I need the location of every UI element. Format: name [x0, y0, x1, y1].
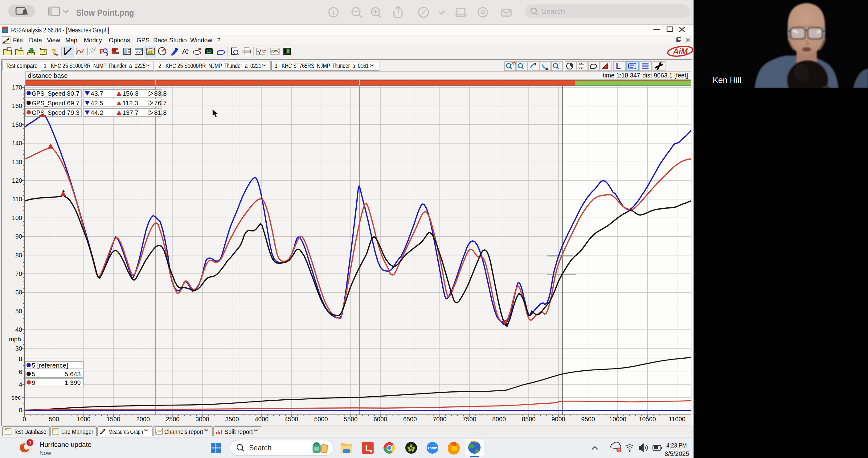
svg-text:distance base: distance base: [28, 72, 68, 79]
svg-text:70: 70: [16, 270, 22, 277]
svg-text:100: 100: [12, 214, 22, 221]
svg-text:4: 4: [19, 381, 22, 388]
svg-text:2D: 2D: [511, 62, 516, 66]
svg-text:9: 9: [32, 379, 35, 386]
svg-text:Ken Hill: Ken Hill: [713, 76, 741, 85]
svg-text:Now: Now: [39, 450, 51, 456]
svg-text:Slow Point.png: Slow Point.png: [76, 8, 134, 18]
svg-text:1.399: 1.399: [64, 379, 81, 386]
svg-text:x: x: [618, 448, 620, 453]
svg-text:112.3: 112.3: [122, 99, 138, 107]
svg-text:Split report: Split report: [224, 428, 253, 435]
svg-text:dist 9063.1 [feet]: dist 9063.1 [feet]: [642, 72, 688, 79]
svg-text:8/5/2025: 8/5/2025: [664, 450, 689, 457]
svg-text:130: 130: [12, 159, 22, 165]
svg-text:140: 140: [12, 140, 22, 147]
svg-text:79.3: 79.3: [67, 109, 80, 116]
svg-text:30: 30: [16, 345, 22, 352]
svg-text:L: L: [365, 443, 371, 453]
svg-text:1 - KHC 25 S1000RR_NJMP-Thunde: 1 - KHC 25 S1000RR_NJMP-Thunder_a_0225: [44, 62, 146, 69]
svg-text:✂: ✂: [254, 428, 258, 433]
svg-text:Race Studio: Race Studio: [153, 37, 187, 44]
svg-text:✂: ✂: [144, 428, 148, 433]
svg-text:5 [reference]: 5 [reference]: [32, 362, 68, 369]
svg-text:✂: ✂: [370, 63, 374, 68]
svg-text:L: L: [616, 61, 621, 71]
svg-text:8: 8: [19, 355, 22, 362]
svg-text:Hurricane update: Hurricane update: [39, 441, 92, 449]
svg-text:5: 5: [32, 370, 35, 377]
svg-text:80: 80: [16, 252, 22, 259]
svg-text:Options: Options: [109, 37, 130, 44]
svg-text:File: File: [13, 37, 23, 44]
svg-text:sec: sec: [11, 394, 21, 401]
svg-text:37: 37: [262, 50, 266, 54]
svg-text:40: 40: [16, 326, 22, 333]
svg-text:View: View: [47, 37, 60, 44]
svg-text:i: i: [333, 9, 335, 16]
svg-text:✂: ✂: [262, 63, 266, 68]
svg-text:76.7: 76.7: [154, 99, 167, 107]
svg-text:Test Database: Test Database: [13, 428, 46, 435]
svg-text:Search: Search: [249, 444, 272, 452]
svg-text:69.7: 69.7: [67, 99, 80, 107]
svg-text:137.7: 137.7: [122, 109, 139, 116]
svg-text:50: 50: [16, 308, 22, 314]
svg-text:90: 90: [16, 233, 22, 240]
svg-text:0: 0: [19, 407, 22, 413]
svg-text:✂: ✂: [204, 428, 208, 433]
svg-text:✂: ✂: [146, 63, 150, 68]
svg-text:s: s: [106, 52, 108, 56]
svg-text:120: 120: [12, 177, 22, 184]
svg-text:170: 170: [12, 84, 22, 91]
svg-text:Data: Data: [29, 37, 42, 44]
svg-text:160: 160: [12, 103, 22, 109]
svg-text:Lap Manager: Lap Manager: [61, 428, 93, 435]
svg-text:60: 60: [16, 289, 22, 296]
svg-text:Window: Window: [190, 37, 212, 44]
svg-text:GPS_Speed: GPS_Speed: [32, 109, 65, 116]
svg-text:AiM: AiM: [673, 47, 688, 56]
svg-text:43.7: 43.7: [91, 90, 103, 97]
svg-text:time 1:18.347: time 1:18.347: [603, 72, 640, 79]
svg-text:GPS: GPS: [136, 37, 150, 44]
svg-text:?: ?: [217, 37, 220, 44]
svg-text:44.2: 44.2: [91, 109, 103, 116]
svg-text:mph: mph: [9, 336, 21, 343]
svg-text:Test compare: Test compare: [5, 62, 38, 69]
svg-text:GPS_Speed: GPS_Speed: [32, 99, 65, 107]
svg-text:83.8: 83.8: [154, 90, 167, 97]
svg-text:5.643: 5.643: [64, 370, 81, 377]
svg-text:+: +: [523, 61, 525, 66]
svg-text:150: 150: [12, 121, 22, 128]
svg-text:80.7: 80.7: [67, 90, 80, 97]
svg-text:GPS_Speed: GPS_Speed: [32, 90, 65, 97]
svg-text:Search: Search: [541, 7, 565, 16]
svg-text:42.5: 42.5: [91, 99, 103, 107]
svg-text:Measures Graph: Measures Graph: [108, 428, 143, 435]
svg-text:2 - KHC 25 S1000RR_NJMP-Thunde: 2 - KHC 25 S1000RR_NJMP-Thunder_a_0221: [158, 62, 261, 69]
svg-text:6: 6: [19, 369, 22, 375]
svg-text:Map: Map: [65, 37, 78, 44]
svg-text:3: 3: [29, 440, 31, 445]
svg-text:A: A: [182, 48, 187, 55]
svg-text:81.8: 81.8: [154, 109, 167, 116]
svg-text:−: −: [558, 61, 560, 66]
svg-text:Modify: Modify: [84, 37, 102, 44]
svg-text:156.3: 156.3: [122, 90, 139, 97]
svg-text:110: 110: [12, 196, 22, 202]
svg-text:4:23 PM: 4:23 PM: [666, 442, 687, 449]
svg-text:Channels report: Channels report: [164, 428, 203, 435]
svg-text:zoom: zoom: [428, 446, 437, 450]
svg-text:RS2Analysis 2.56.84 - [Measure: RS2Analysis 2.56.84 - [Measures Graph]: [11, 26, 109, 34]
svg-text:3 - KHC ST765RS_NJMP-Thunder_a: 3 - KHC ST765RS_NJMP-Thunder_a_0161: [275, 62, 369, 69]
